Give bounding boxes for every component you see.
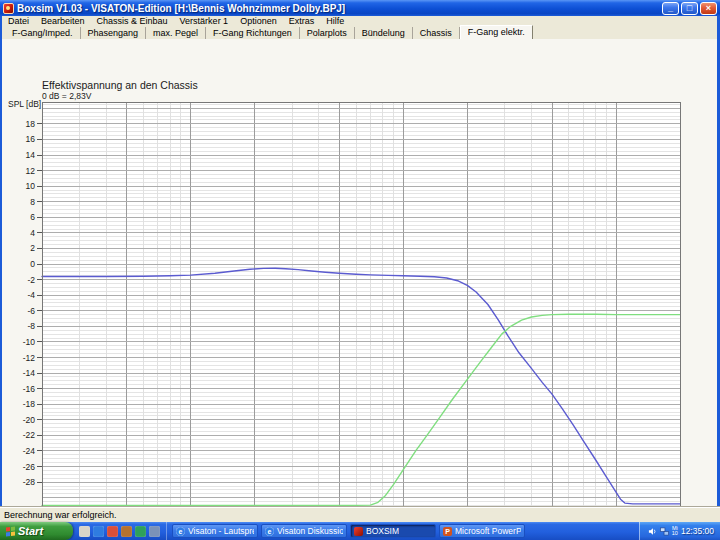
y-tick-label: -18 (23, 399, 36, 409)
taskbar-clock[interactable]: 12:35:00 (681, 526, 714, 536)
y-tick-label: 8 (30, 197, 35, 207)
tab-max-pegel[interactable]: max. Pegel (146, 27, 206, 39)
quicklaunch-icon-2[interactable] (93, 526, 104, 537)
network-icon[interactable] (660, 527, 669, 536)
y-tick-label: -2 (27, 275, 35, 285)
y-tick-label: -6 (27, 306, 35, 316)
ie-icon: e (176, 527, 185, 536)
quicklaunch-icon-4[interactable] (121, 526, 132, 537)
y-tick-label: 16 (26, 134, 36, 144)
quick-launch-bar (73, 522, 167, 540)
y-tick-label: 14 (26, 150, 36, 160)
y-tick-label: -14 (23, 368, 36, 378)
task-label: Visaton - Lautspreche... (188, 526, 254, 536)
task-label: BOXSIM (366, 526, 399, 536)
restore-button[interactable]: □ (681, 2, 698, 15)
tab-f-gang-richtungen[interactable]: F-Gang Richtungen (206, 27, 300, 39)
y-tick-label: -28 (23, 477, 36, 487)
tab-f-gang-elektr[interactable]: F-Gang elektr. (460, 25, 533, 39)
close-button[interactable]: × (700, 2, 717, 15)
taskbar: Start eVisaton - Lautspreche...eVisaton … (0, 522, 720, 540)
windows-flag-icon (5, 525, 15, 536)
menubar: DateiBearbeitenChassis & EinbauVerstärke… (0, 16, 720, 27)
tab-phasengang[interactable]: Phasengang (81, 27, 147, 39)
menu-item-hilfe[interactable]: Hilfe (320, 16, 350, 27)
y-tick-label: 4 (30, 228, 35, 238)
y-tick-label: -16 (23, 384, 36, 394)
start-button[interactable]: Start (0, 522, 73, 540)
taskbar-task-boxsim[interactable]: BOXSIM (350, 524, 436, 538)
quicklaunch-icon-6[interactable] (149, 526, 160, 537)
powerpoint-icon: P (443, 527, 452, 536)
y-tick-label: 10 (26, 181, 36, 191)
quicklaunch-icon-1[interactable] (79, 526, 90, 537)
window-title: Boxsim V1.03 - VISATON-Edition [H:\Benni… (17, 3, 659, 14)
y-tick-label: 0 (30, 259, 35, 269)
y-tick-label: -22 (23, 430, 36, 440)
boxsim-app-icon[interactable] (3, 3, 14, 14)
tab-b-ndelung[interactable]: Bündelung (355, 27, 413, 39)
boxsim-icon (354, 527, 363, 536)
y-tick-label: -26 (23, 462, 36, 472)
screen: { "window": { "title": "Boxsim V1.03 - V… (0, 0, 720, 540)
task-buttons: eVisaton - Lautspreche...eVisaton Diskus… (167, 524, 639, 538)
task-label: Microsoft PowerPoint ... (455, 526, 521, 536)
y-tick-label: -12 (23, 353, 36, 363)
chart-page: Effektivspannung an den Chassis 0 dB = 2… (0, 39, 720, 506)
y-tick-label: 6 (30, 212, 35, 222)
menu-item-verst-rker-1[interactable]: Verstärker 1 (174, 16, 235, 27)
menu-item-extras[interactable]: Extras (283, 16, 321, 27)
menu-item-datei[interactable]: Datei (2, 16, 35, 27)
menu-item-bearbeiten[interactable]: Bearbeiten (35, 16, 91, 27)
titlebar: Boxsim V1.03 - VISATON-Edition [H:\Benni… (0, 0, 720, 16)
quicklaunch-icon-3[interactable] (107, 526, 118, 537)
ie-icon: e (265, 527, 274, 536)
y-tick-label: -8 (27, 321, 35, 331)
y-tick-label: -10 (23, 337, 36, 347)
quicklaunch-icon-5[interactable] (135, 526, 146, 537)
y-tick-label: -4 (27, 290, 35, 300)
tab-polarplots[interactable]: Polarplots (300, 27, 355, 39)
tab-chassis[interactable]: Chassis (413, 27, 460, 39)
status-message: Berechnung war erfolgreich. (4, 510, 117, 520)
y-tick-label: 18 (26, 119, 36, 129)
start-label: Start (18, 525, 43, 537)
taskbar-task-visaton-lautspreche[interactable]: eVisaton - Lautspreche... (172, 524, 258, 538)
taskbar-task-visaton-diskussionsfo[interactable]: eVisaton Diskussionsfo... (261, 524, 347, 538)
window-controls: _□× (662, 2, 720, 15)
y-tick-label: 12 (26, 166, 36, 176)
task-label: Visaton Diskussionsfo... (277, 526, 343, 536)
y-tick-label: 2 (30, 243, 35, 253)
frequency-response-chart: 181614121086420-2-4-6-8-10-12-14-16-18-2… (2, 78, 720, 540)
menu-item-chassis-einbau[interactable]: Chassis & Einbau (91, 16, 174, 27)
menu-item-optionen[interactable]: Optionen (234, 16, 283, 27)
system-tray: Mi 10 12:35:00 (639, 522, 720, 540)
y-tick-label: -20 (23, 415, 36, 425)
y-tick-label: -24 (23, 446, 36, 456)
taskbar-task-microsoft-powerpoint[interactable]: PMicrosoft PowerPoint ... (439, 524, 525, 538)
statusbar: Berechnung war erfolgreich. (0, 506, 720, 522)
tray-date: Mi 10 (672, 526, 678, 537)
volume-icon[interactable] (648, 527, 657, 536)
tabbar: F-Gang/Imped.Phasengangmax. PegelF-Gang … (0, 27, 720, 39)
minimize-button[interactable]: _ (662, 2, 679, 15)
tab-f-gang-imped[interactable]: F-Gang/Imped. (5, 27, 81, 39)
